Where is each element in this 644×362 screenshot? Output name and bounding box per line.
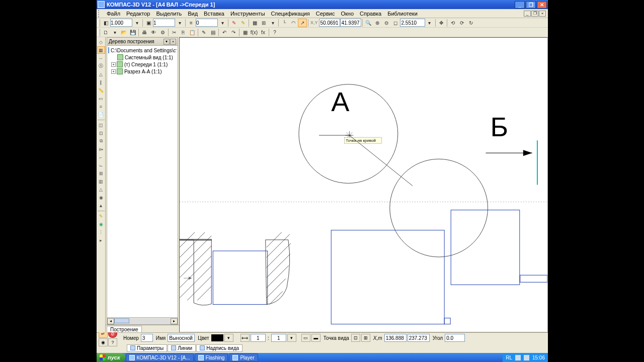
tool-9-icon[interactable]: △ — [97, 186, 105, 193]
menu-libraries[interactable]: Библиотеки — [384, 10, 421, 18]
refresh-icon[interactable]: ⟳ — [457, 19, 466, 27]
edit-icon[interactable]: △ — [97, 70, 105, 78]
system-tray[interactable]: RL 15:06 — [503, 353, 548, 362]
zoom-in-icon[interactable]: ⊕ — [373, 19, 382, 27]
mdi-min[interactable]: _ — [524, 11, 531, 17]
menu-spec[interactable]: Спецификация — [268, 10, 313, 18]
menu-service[interactable]: Сервис — [313, 10, 338, 18]
maximize-button[interactable]: ❐ — [526, 1, 536, 9]
x-input[interactable] — [384, 334, 407, 342]
tree-body[interactable]: C:\Documents and Settings\студе Системны… — [107, 46, 178, 317]
spec-icon[interactable]: ≡ — [97, 103, 105, 110]
tree-close-icon[interactable]: × — [170, 39, 176, 45]
zoom-window-icon[interactable]: 🔍 — [364, 19, 373, 27]
paste-icon[interactable]: 📋 — [188, 28, 197, 37]
style-icon[interactable]: ✎ — [199, 28, 208, 37]
new-icon[interactable]: 🗋 — [101, 28, 110, 37]
color-swatch[interactable] — [211, 334, 223, 341]
scroll-right-icon[interactable]: ▸ — [171, 318, 178, 324]
dropdown-icon[interactable]: ▾ — [110, 28, 119, 37]
tray-icon[interactable] — [515, 355, 521, 360]
tab-caption[interactable]: Надпись вида — [196, 344, 243, 352]
zoom-out-icon[interactable]: ⊖ — [382, 19, 391, 27]
start-button[interactable]: пуск — [97, 353, 125, 362]
opt2-icon[interactable]: ▬ — [311, 334, 320, 342]
menu-view[interactable]: Вид — [185, 10, 201, 18]
tree-item[interactable]: + Разрез А-А (1:1) — [108, 68, 177, 75]
reports-icon[interactable]: 📄 — [97, 111, 105, 118]
scale-lock-icon[interactable]: ⟷ — [240, 334, 250, 342]
tool-8-icon[interactable]: ▥ — [97, 177, 105, 185]
help-icon[interactable]: ? — [270, 28, 279, 37]
current-layer-icon[interactable]: ▣ — [144, 19, 153, 27]
menu-edit[interactable]: Редактор — [123, 10, 153, 18]
undo-icon[interactable]: ↶ — [220, 28, 229, 37]
menu-select[interactable]: Выделить — [153, 10, 185, 18]
tool-2-icon[interactable]: ⊡ — [97, 129, 105, 137]
aux-icon[interactable]: ◉ — [97, 220, 105, 228]
mdi-max[interactable]: ❐ — [531, 11, 538, 17]
dropdown-icon[interactable]: ▾ — [132, 19, 141, 27]
angle-input[interactable] — [445, 334, 465, 342]
task-player[interactable]: Player — [229, 353, 258, 361]
tree-item[interactable]: Системный вид (1:1) — [108, 54, 177, 61]
spreadsheet-icon[interactable]: ▤ — [208, 28, 217, 37]
menu-file[interactable]: Файл — [104, 10, 123, 18]
tool-4-icon[interactable]: ⌲ — [97, 145, 105, 153]
scale2-input[interactable] — [271, 334, 286, 342]
tree-item[interactable]: + (т) Спереди 1 (1:1) — [108, 61, 177, 68]
tool-3-icon[interactable]: ⧉ — [97, 137, 105, 145]
zoom-fit-icon[interactable]: ◻ — [391, 19, 400, 27]
dimensions-icon[interactable]: ↔ — [97, 54, 105, 62]
scale1-input[interactable] — [251, 334, 266, 342]
expand-icon[interactable]: + — [111, 62, 116, 67]
menu-help[interactable]: Справка — [357, 10, 384, 18]
grid-icon[interactable]: ▦ — [250, 19, 259, 27]
views-icon[interactable]: ▦ — [97, 46, 105, 54]
tool-6-icon[interactable]: ⌙ — [97, 161, 105, 169]
scale-combo[interactable] — [110, 19, 132, 27]
cut-icon[interactable]: ✂ — [170, 28, 179, 37]
tree-hscroll[interactable]: ◂ ▸ — [107, 317, 178, 324]
task-flashing[interactable]: Flashing — [195, 353, 228, 361]
select-icon[interactable]: ▭ — [97, 95, 105, 102]
expand-icon[interactable]: + — [111, 69, 116, 74]
tab-params[interactable]: Параметры — [127, 344, 167, 352]
tool-7-icon[interactable]: ⊞ — [97, 169, 105, 177]
help-icon[interactable]: ? — [108, 338, 117, 346]
copy-icon[interactable]: ⎘ — [179, 28, 188, 37]
zoom-input[interactable] — [400, 19, 425, 27]
print-icon[interactable]: 🖶 — [140, 28, 149, 37]
menu-tools[interactable]: Инструменты — [227, 10, 268, 18]
params-icon[interactable]: ∥ — [97, 78, 105, 86]
pan-icon[interactable]: ✥ — [437, 19, 446, 27]
save-icon[interactable]: 💾 — [128, 28, 137, 37]
fx-icon[interactable]: fx — [259, 28, 268, 37]
tree-pin-icon[interactable]: ▾ — [164, 39, 170, 45]
geometry-icon[interactable]: ◇ — [97, 38, 105, 46]
expand-icon[interactable]: ▸ — [97, 236, 105, 244]
tab-lines[interactable]: Линии — [168, 344, 196, 352]
layer-icon[interactable]: ≡ — [187, 19, 196, 27]
task-kompas[interactable]: КОМПАС-3D V12 - [А... — [126, 353, 194, 361]
tree-root[interactable]: C:\Documents and Settings\студе — [108, 47, 177, 54]
state-view-icon[interactable]: ◧ — [101, 19, 110, 27]
dropdown-icon[interactable]: ▾ — [425, 19, 434, 27]
redraw-icon[interactable]: ↻ — [466, 19, 475, 27]
dropdown-icon[interactable]: ▾ — [175, 19, 184, 27]
layer-combo[interactable] — [196, 19, 218, 27]
open-icon[interactable]: 📂 — [119, 28, 128, 37]
variables-icon[interactable]: f(x) — [250, 28, 259, 37]
close-button[interactable]: ✕ — [537, 1, 547, 9]
menu-insert[interactable]: Вставка — [201, 10, 227, 18]
snap-icon[interactable]: ⊞ — [259, 19, 268, 27]
rebuild-icon[interactable]: ⟲ — [448, 19, 457, 27]
dropdown-icon[interactable]: ▾ — [224, 334, 233, 342]
coord-x-input[interactable] — [319, 19, 340, 27]
page-combo[interactable] — [153, 19, 175, 27]
tool-11-icon[interactable]: ▲ — [97, 202, 105, 209]
number-input[interactable] — [141, 334, 153, 342]
ortho-icon[interactable]: └ — [280, 19, 289, 27]
canvas[interactable]: А Точка на кривой Б — [179, 37, 548, 332]
minimize-button[interactable]: _ — [515, 1, 525, 9]
